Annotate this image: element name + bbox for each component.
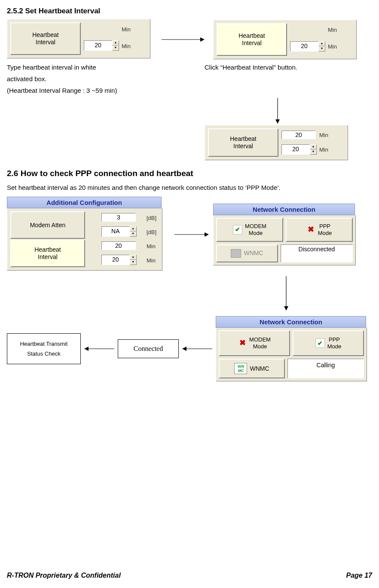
arrow-left-icon (182, 344, 212, 353)
ppp-mode-button[interactable]: ✔ PPP Mode (293, 330, 364, 356)
unit-min: Min (326, 43, 337, 50)
svg-marker-5 (205, 232, 209, 237)
modem-atten-lo[interactable]: NA (101, 226, 130, 237)
heartbeat-value-input[interactable]: 20 (84, 40, 112, 51)
unit-min: Min (318, 132, 328, 138)
network-connection-header: Network Connection (216, 316, 366, 328)
caption-left-3: (Heartbeat Interval Range : 3 ~59 min) (7, 85, 205, 96)
heartbeat-value-input[interactable]: 20 (290, 41, 318, 52)
arrow-right-icon (162, 35, 205, 44)
svg-marker-11 (182, 347, 186, 351)
heartbeat-value-input[interactable]: 20 (101, 255, 130, 265)
arrow-down-icon (273, 98, 282, 124)
caption-right: Click “Heartbeat Interval” button. (205, 61, 372, 73)
heartbeat-interval-button-active[interactable]: Heartbeat Interval (10, 240, 85, 267)
wnmc-button[interactable]: WNMC WNMC (219, 359, 285, 378)
heartbeat-interval-button[interactable]: Heartbeat Interval (10, 22, 81, 55)
svg-marker-9 (84, 347, 89, 351)
svg-marker-3 (275, 119, 280, 124)
spinner[interactable]: ▲▼ (130, 226, 137, 237)
unit-min: Min (145, 257, 156, 264)
unit-min: Min (145, 243, 156, 250)
unit-min: Min (318, 146, 328, 153)
modem-atten-value: 3 (101, 213, 136, 222)
check-icon: ✔ (315, 338, 325, 348)
ppp-mode-button[interactable]: ✖ PPP Mode (286, 218, 353, 242)
hb-panel-2: Heartbeat Interval Min 20 ▲▼ Min (213, 20, 357, 59)
heartbeat-value-input[interactable]: 20 (281, 144, 310, 155)
unit-db: [dB] (145, 215, 156, 221)
svg-marker-1 (200, 37, 205, 42)
connection-status: Disconnected (281, 244, 353, 262)
spinner[interactable]: ▲▼ (130, 255, 137, 265)
heading-2-6: 2.6 How to check PPP connection and hear… (7, 169, 372, 178)
unit-db: [dB] (145, 229, 156, 235)
heartbeat-top-value: 20 (281, 131, 316, 139)
arrow-right-icon (174, 230, 209, 239)
intro-2-6: Set heartbeat interval as 20 minutes and… (7, 182, 372, 193)
heartbeat-interval-button[interactable]: Heartbeat Interval (208, 128, 278, 157)
heartbeat-top-value: 20 (101, 241, 136, 250)
x-icon: ✖ (238, 339, 247, 347)
modem-mode-button[interactable]: ✖ MODEM Mode (219, 330, 290, 356)
caption-left-2: activated box. (7, 73, 205, 85)
unit-min: Min (120, 26, 131, 33)
connected-box: Connected (118, 339, 179, 358)
check-icon: ✔ (233, 225, 242, 235)
heading-2-5-2: 2.5.2 Set Heartbeat Interval (7, 7, 372, 15)
arrow-left-icon (84, 344, 114, 353)
hb-panel-3: Heartbeat Interval 20 Min 20 ▲▼ Min (205, 125, 348, 160)
unit-min: Min (326, 27, 337, 33)
network-connection-header: Network Connection (213, 204, 355, 215)
svg-marker-7 (284, 306, 288, 311)
wnmc-logo-icon: WNMC (234, 363, 247, 374)
wnmc-button-disabled: WNMC (216, 244, 278, 262)
arrow-down-icon (282, 276, 290, 311)
wnmc-icon-grey (231, 249, 241, 258)
caption-left-1: Type heartbeat interval in white (7, 61, 205, 73)
unit-min: Min (120, 43, 131, 49)
heartbeat-status-check-box: Heartbeat Transmit Status Check (7, 333, 81, 365)
spinner[interactable]: ▲▼ (310, 144, 317, 155)
x-icon: ✖ (307, 225, 315, 234)
connection-status: Calling (287, 359, 364, 378)
hb-panel-1: Heartbeat Interval Min 20 ▲▼ Min (7, 19, 150, 58)
modem-atten-button[interactable]: Modem Atten (10, 211, 85, 239)
spinner[interactable]: ▲▼ (318, 41, 325, 52)
additional-configuration-header: Additional Configuration (7, 197, 162, 208)
modem-mode-button[interactable]: ✔ MODEM Mode (216, 218, 283, 242)
heartbeat-interval-button-active[interactable]: Heartbeat Interval (217, 23, 287, 56)
spinner[interactable]: ▲▼ (112, 40, 119, 51)
